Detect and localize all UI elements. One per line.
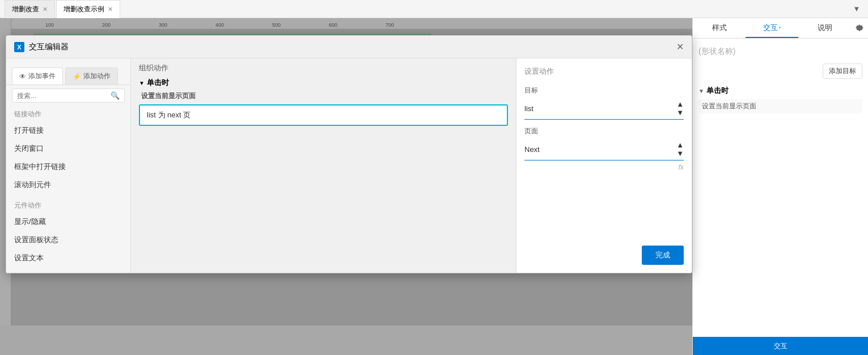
modal-close-btn[interactable]: ✕	[676, 41, 684, 52]
tab-2-close[interactable]: ✕	[108, 6, 113, 13]
page-input[interactable]: Next ▲ ▼	[524, 138, 684, 160]
right-panel: 样式 交互 说明 (形状名称) 添加目标 ▼ 单击时	[692, 18, 868, 355]
search-input[interactable]	[17, 92, 108, 100]
main-area: 100200300400500600700 ← ⚡	[0, 18, 868, 355]
tab-1-label: 增删改查	[12, 5, 39, 14]
sidebar-scroll-to[interactable]: 滚动到元件	[6, 176, 130, 194]
tab-1-close[interactable]: ✕	[43, 6, 48, 13]
add-action-icon: ⚡	[73, 73, 81, 81]
modal-middle: 组织动作 ▼ 单击时 设置当前显示页面 list 为 next 页	[131, 58, 516, 273]
modal-header: X 交互编辑器 ✕	[6, 36, 692, 58]
section-arrow: ▼	[698, 88, 704, 94]
target-field: 目标 list ▲ ▼	[524, 86, 684, 120]
tab-style[interactable]: 样式	[693, 18, 746, 38]
page-label: 页面	[524, 126, 684, 136]
modal-sidebar: 👁 添加事件 ⚡ 添加动作 🔍	[6, 58, 131, 273]
search-box[interactable]: 🔍	[12, 88, 125, 103]
panel-tabs: 样式 交互 说明	[693, 18, 868, 39]
complete-button[interactable]: 完成	[642, 246, 684, 265]
panel-gear-btn[interactable]	[851, 18, 868, 38]
page-field: 页面 Next ▲ ▼	[524, 126, 684, 171]
action-item[interactable]: list 为 next 页	[139, 104, 508, 126]
tab-interact[interactable]: 交互	[746, 18, 798, 38]
tab-2[interactable]: 增删改查示例 ✕	[56, 0, 120, 18]
sidebar-show-hide[interactable]: 显示/隐藏	[6, 213, 130, 231]
settings-title: 设置动作	[524, 66, 684, 77]
section-label: 单击时	[706, 86, 729, 96]
add-event-tab[interactable]: 👁 添加事件	[12, 67, 63, 84]
sidebar-open-in-frame[interactable]: 框架中打开链接	[6, 158, 130, 176]
on-click-label: 单击时	[147, 78, 169, 88]
shape-name: (形状名称)	[698, 44, 862, 59]
on-click-section-title: ▼ 单击时	[139, 78, 508, 88]
tab-interact-label: 交互	[763, 23, 778, 33]
tab-bar: 增删改查 ✕ 增删改查示例 ✕ ▼	[0, 0, 868, 18]
click-action-text: 设置当前显示页面	[698, 99, 862, 113]
modal-body: 👁 添加事件 ⚡ 添加动作 🔍	[6, 58, 692, 273]
tab-desc-label: 说明	[818, 23, 832, 33]
sidebar-close-window[interactable]: 关闭窗口	[6, 140, 130, 158]
panel-body: (形状名称) 添加目标 ▼ 单击时 设置当前显示页面	[693, 39, 868, 337]
on-click-arrow: ▼	[139, 80, 145, 86]
add-action-label: 添加动作	[83, 71, 111, 81]
link-actions-section: 链接动作	[6, 107, 130, 121]
target-input[interactable]: list ▲ ▼	[524, 98, 684, 120]
event-tabs: 👁 添加事件 ⚡ 添加动作	[6, 64, 130, 85]
sidebar-set-text[interactable]: 设置文本	[6, 249, 130, 267]
modal-icon: X	[14, 42, 24, 52]
tab-style-label: 样式	[712, 23, 727, 33]
tab-2-label: 增删改查示例	[63, 5, 104, 14]
middle-header: 组织动作	[131, 58, 516, 78]
canvas-wrapper: 100200300400500600700 ← ⚡	[0, 18, 692, 355]
add-event-icon: 👁	[19, 73, 26, 81]
add-action-tab[interactable]: ⚡ 添加动作	[65, 67, 118, 84]
target-label: 目标	[524, 86, 684, 95]
add-event-label: 添加事件	[28, 71, 56, 81]
tab-1[interactable]: 增删改查 ✕	[5, 0, 55, 18]
bottom-bar-label: 交互	[774, 341, 787, 351]
on-click-section: ▼ 单击时	[698, 86, 862, 96]
tab-dropdown[interactable]: ▼	[850, 2, 863, 16]
sidebar-set-panel[interactable]: 设置面板状态	[6, 231, 130, 249]
fx-icon[interactable]: fx	[679, 163, 684, 171]
target-value: list	[524, 104, 533, 113]
modal-settings: 设置动作 目标 list ▲ ▼	[516, 58, 692, 273]
page-arrows[interactable]: ▲ ▼	[676, 141, 684, 158]
sidebar-open-link[interactable]: 打开链接	[6, 121, 130, 140]
add-target-button[interactable]: 添加目标	[823, 64, 862, 79]
search-icon: 🔍	[111, 91, 120, 100]
target-arrows[interactable]: ▲ ▼	[676, 100, 684, 117]
action-sub-title: 设置当前显示页面	[139, 91, 508, 101]
action-section: ▼ 单击时 设置当前显示页面 list 为 next 页	[131, 78, 516, 130]
component-actions-section: 元件动作	[6, 198, 130, 213]
modal-overlay: X 交互编辑器 ✕ 👁 添加事件	[0, 18, 692, 355]
tab-desc[interactable]: 说明	[798, 18, 851, 38]
modal-title: 交互编辑器	[29, 42, 672, 52]
page-value: Next	[524, 145, 540, 154]
bottom-bar[interactable]: 交互	[693, 337, 868, 355]
interaction-editor-modal: X 交互编辑器 ✕ 👁 添加事件	[6, 35, 692, 273]
tab-dropdown-icon: ▼	[853, 5, 861, 13]
